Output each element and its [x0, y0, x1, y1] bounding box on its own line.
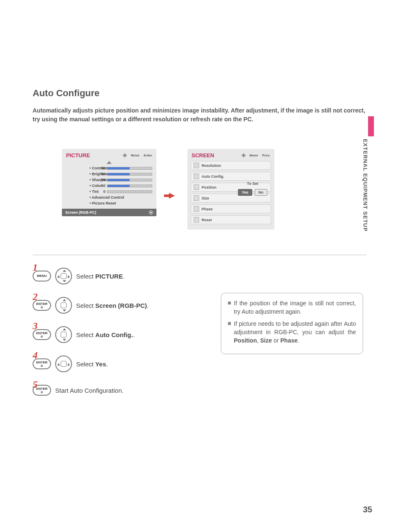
label: Auto Config. — [202, 174, 224, 179]
selected-label: Screen (RGB-PC) — [65, 210, 96, 215]
move-icon — [242, 153, 246, 157]
label: Resolution — [202, 164, 221, 168]
screen-panel-head: SCREEN Move Prev. — [187, 149, 274, 161]
screen-panel-title: SCREEN — [192, 152, 242, 159]
step-number: 3 — [33, 320, 38, 332]
slider — [107, 173, 152, 176]
picture-row-brightness: • Brightness 50 — [66, 171, 152, 177]
page-number: 35 — [363, 505, 372, 514]
btn-label: MENU — [37, 274, 47, 278]
dpad-icon — [55, 268, 72, 284]
slider — [107, 184, 152, 187]
up-arrow-icon — [107, 161, 112, 164]
value: 50 — [99, 166, 107, 170]
hint-enter: Enter — [144, 153, 152, 157]
slider — [107, 167, 152, 170]
steps-list: 1 MENU Select PICTURE. 2 ENTER⊙ Select S… — [33, 268, 366, 396]
label: • Brightness — [66, 172, 99, 176]
step-number: 1 — [33, 262, 38, 273]
label: Reset — [202, 218, 212, 222]
dpad-icon — [55, 356, 72, 372]
btn-label: ENTER — [36, 302, 47, 306]
step-text: Select PICTURE. — [76, 273, 125, 280]
picture-panel: PICTURE Move Enter • Contrast 50 • Brigh… — [62, 149, 156, 216]
phase-icon — [194, 206, 199, 212]
picture-selected-row: Screen (RGB-PC) — [62, 209, 156, 216]
value: 0 — [99, 189, 107, 194]
dpad-icon — [55, 297, 72, 314]
enter-icon — [149, 210, 153, 215]
label: Phase — [202, 207, 213, 211]
step-number: 5 — [33, 379, 38, 390]
step-4: 4 ENTER⊙ Select Yes. — [33, 356, 366, 372]
tip-item: If picture needs to be adjusted again af… — [228, 320, 356, 345]
side-tab: EXTERNAL EQUIPMENT SETUP — [362, 116, 374, 237]
step-text: Start Auto Configuration. — [55, 387, 123, 394]
tip-item: If the position of the image is still no… — [228, 299, 356, 316]
picture-panel-hints: Move Enter — [123, 153, 152, 157]
autoconfig-icon — [194, 174, 199, 179]
picture-row-color: • Color 50 — [66, 183, 152, 189]
picture-row-sharpness: • Sharpness 50 — [66, 177, 152, 183]
step-text: Select Yes. — [76, 361, 108, 368]
screen-item-phase: Phase — [191, 205, 271, 213]
step-1: 1 MENU Select PICTURE. — [33, 268, 366, 284]
label: Size — [202, 196, 209, 200]
intro-text: Automatically adjusts picture position a… — [33, 106, 366, 124]
picture-row-tint: • Tint 0 — [66, 189, 152, 194]
label: • Color — [66, 184, 99, 188]
value: 50 — [99, 184, 107, 188]
step-5: 5 ENTER⊙ Start Auto Configuration. — [33, 385, 366, 396]
slider — [107, 190, 152, 193]
step-text: Select Auto Config.. — [76, 331, 135, 338]
hint-move: Move — [131, 153, 139, 157]
arrow-icon — [169, 193, 175, 199]
tip-box: If the position of the image is still no… — [221, 293, 363, 354]
picture-panel-title: PICTURE — [66, 152, 123, 159]
screen-item-reset: Reset — [191, 215, 271, 224]
label: • Contrast — [66, 166, 99, 170]
step-text: Select Screen (RGB-PC). — [76, 302, 148, 309]
screen-panel: SCREEN Move Prev. Resolution Auto Config… — [187, 149, 274, 230]
picture-panel-body: • Contrast 50 • Brightness 50 • Sharpnes… — [62, 161, 156, 209]
move-icon — [123, 153, 127, 157]
picture-row-contrast: • Contrast 50 — [66, 165, 152, 171]
side-tab-accent — [368, 116, 374, 136]
screen-confirm: To Set Yes No — [236, 182, 269, 196]
side-tab-label: EXTERNAL EQUIPMENT SETUP — [362, 136, 368, 237]
size-icon — [194, 195, 199, 201]
step-number: 2 — [33, 291, 38, 302]
reset-icon — [194, 217, 199, 223]
position-icon — [194, 184, 199, 190]
hint-move: Move — [250, 153, 258, 157]
step-number: 4 — [33, 350, 38, 361]
btn-label: ENTER — [36, 361, 47, 364]
screen-item-autoconfig: Auto Config. — [191, 172, 271, 181]
btn-label: ENTER — [36, 332, 47, 335]
label: Position — [202, 185, 217, 189]
page-title: Auto Configure — [33, 88, 366, 99]
toset-label: To Set — [236, 182, 269, 186]
screen-panel-hints: Move Prev. — [242, 153, 270, 157]
value: 50 — [99, 172, 107, 176]
btn-label: ENTER — [36, 387, 47, 391]
label: • Tint — [66, 189, 99, 194]
dpad-icon — [55, 326, 72, 343]
yes-option: Yes — [238, 189, 252, 196]
value: 50 — [99, 178, 107, 182]
picture-row-reset: • Picture Reset — [66, 200, 152, 206]
slider — [107, 179, 152, 182]
yes-no-group: Yes No — [236, 189, 269, 196]
divider — [33, 255, 366, 255]
picture-panel-head: PICTURE Move Enter — [62, 149, 156, 161]
hint-prev: Prev. — [262, 153, 270, 157]
label: • Sharpness — [66, 178, 99, 182]
picture-row-advanced: • Advanced Control — [66, 194, 152, 200]
screen-item-resolution: Resolution — [191, 161, 271, 170]
no-option: No — [255, 189, 267, 196]
resolution-icon — [194, 163, 199, 168]
osd-panels: PICTURE Move Enter • Contrast 50 • Brigh… — [62, 149, 366, 230]
